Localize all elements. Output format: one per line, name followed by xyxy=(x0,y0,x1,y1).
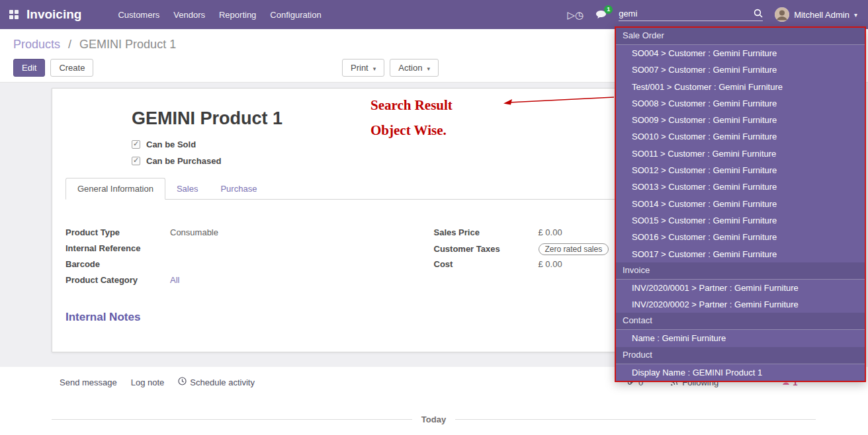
action-button[interactable]: Action▾ xyxy=(390,59,439,77)
caret-down-icon: ▾ xyxy=(427,65,430,72)
today-label: Today xyxy=(412,415,455,424)
menu-item[interactable]: Reporting xyxy=(219,10,256,20)
product-type-label: Product Type xyxy=(65,227,170,237)
search-result-item[interactable]: SO007 > Customer : Gemini Furniture xyxy=(616,61,865,78)
print-label: Print xyxy=(351,63,369,73)
internal-reference-label: Internal Reference xyxy=(65,243,170,253)
nav-right: ▷︎​◷ 1 Mitchell Admin xyxy=(568,7,857,22)
search-group-invoice: Invoice INV/2020/0001 > Partner : Gemini… xyxy=(616,262,865,313)
avatar xyxy=(775,7,789,22)
product-type-value: Consumable xyxy=(170,227,218,237)
caret-down-icon: ▾ xyxy=(854,11,857,19)
search-group-sale-order: Sale Order SO004 > Customer : Gemini Fur… xyxy=(616,28,865,262)
top-navbar: Invoicing CustomersVendorsReportingConfi… xyxy=(0,0,868,29)
message-count-badge: 1 xyxy=(604,5,613,14)
product-category-label: Product Category xyxy=(65,275,170,285)
can-be-purchased-checkbox[interactable] xyxy=(132,157,140,165)
tab-general-information[interactable]: General Information xyxy=(65,178,165,200)
search-group-contact: Contact Name : Gemini Furniture xyxy=(616,313,865,346)
action-buttons: Print▾ Action▾ xyxy=(342,59,439,77)
tab-purchase[interactable]: Purchase xyxy=(209,178,268,199)
field-column-left: Product Type Consumable Internal Referen… xyxy=(65,227,434,291)
caret-down-icon: ▾ xyxy=(373,65,376,72)
create-button[interactable]: Create xyxy=(50,59,93,77)
search-icon[interactable] xyxy=(754,9,763,18)
search-result-item[interactable]: SO004 > Customer : Gemini Furniture xyxy=(616,45,865,61)
apps-menu-icon[interactable] xyxy=(9,10,19,19)
tab-sales[interactable]: Sales xyxy=(165,178,210,199)
messages-icon[interactable]: 1 xyxy=(595,10,607,20)
clock-icon xyxy=(178,377,187,387)
menu-item[interactable]: Configuration xyxy=(270,10,321,20)
record-buttons: Edit Create xyxy=(13,59,93,77)
app-name[interactable]: Invoicing xyxy=(26,7,81,22)
cost-label: Cost xyxy=(434,259,539,269)
sales-price-value: £ 0.00 xyxy=(539,227,562,237)
search-result-item[interactable]: INV/2020/0001 > Partner : Gemini Furnitu… xyxy=(616,280,865,296)
search-result-item[interactable]: SO014 > Customer : Gemini Furniture xyxy=(616,196,865,212)
screen: Invoicing CustomersVendorsReportingConfi… xyxy=(0,0,868,435)
breadcrumb-products-link[interactable]: Products xyxy=(13,38,60,51)
user-menu[interactable]: Mitchell Admin ▾ xyxy=(775,7,857,22)
search-results-dropdown: Sale Order SO004 > Customer : Gemini Fur… xyxy=(615,26,866,382)
sales-price-label: Sales Price xyxy=(434,227,539,237)
product-category-value[interactable]: All xyxy=(170,275,179,285)
search-group-product: Product Display Name : GEMINI Product 1 xyxy=(616,347,865,381)
menu-item[interactable]: Vendors xyxy=(173,10,205,20)
send-message-button[interactable]: Send message xyxy=(60,377,117,387)
annotation-text: Search Result Object Wise. xyxy=(370,97,453,139)
search-group-header: Contact xyxy=(616,313,865,330)
print-button[interactable]: Print▾ xyxy=(342,59,384,77)
search-group-header: Sale Order xyxy=(616,28,865,45)
search-result-item[interactable]: Display Name : GEMINI Product 1 xyxy=(616,364,865,381)
breadcrumb-current: GEMINI Product 1 xyxy=(79,38,176,51)
search-result-item[interactable]: SO017 > Customer : Gemini Furniture xyxy=(616,246,865,262)
user-name: Mitchell Admin xyxy=(794,10,849,20)
search-input[interactable] xyxy=(619,9,754,19)
schedule-activity-button[interactable]: Schedule activity xyxy=(178,377,255,387)
barcode-row: Barcode xyxy=(65,259,408,272)
menu-item[interactable]: Customers xyxy=(118,10,159,20)
search-result-item[interactable]: SO009 > Customer : Gemini Furniture xyxy=(616,112,865,128)
cost-value: £ 0.00 xyxy=(539,259,562,269)
breadcrumb-separator: / xyxy=(68,38,71,51)
action-label: Action xyxy=(398,63,422,73)
search-group-header: Product xyxy=(616,347,865,364)
annotation-line-2: Object Wise. xyxy=(370,122,453,139)
annotation-arrow xyxy=(501,93,617,109)
search-group-header: Invoice xyxy=(616,262,865,280)
product-category-row: Product Category All xyxy=(65,275,408,288)
search-result-item[interactable]: SO016 > Customer : Gemini Furniture xyxy=(616,229,865,245)
product-type-row: Product Type Consumable xyxy=(65,227,408,240)
activities-clock-icon[interactable]: ▷︎​◷ xyxy=(568,10,584,20)
can-be-purchased-label: Can be Purchased xyxy=(146,156,221,166)
schedule-activity-label: Schedule activity xyxy=(190,377,255,387)
annotation-line-1: Search Result xyxy=(370,97,453,114)
customer-taxes-tag: Zero rated sales xyxy=(539,243,609,255)
log-note-button[interactable]: Log note xyxy=(131,377,165,387)
today-divider: Today xyxy=(52,413,816,425)
search-result-item[interactable]: SO008 > Customer : Gemini Furniture xyxy=(616,95,865,112)
search-result-item[interactable]: SO011 > Customer : Gemini Furniture xyxy=(616,145,865,162)
barcode-label: Barcode xyxy=(65,259,170,269)
breadcrumb: Products / GEMINI Product 1 xyxy=(13,38,176,52)
customer-taxes-label: Customer Taxes xyxy=(434,244,539,254)
search-result-item[interactable]: INV/2020/0002 > Partner : Gemini Furnitu… xyxy=(616,296,865,313)
search-result-item[interactable]: SO015 > Customer : Gemini Furniture xyxy=(616,212,865,229)
nav-search xyxy=(619,9,763,21)
can-be-sold-checkbox[interactable] xyxy=(132,140,140,149)
search-result-item[interactable]: Name : Gemini Furniture xyxy=(616,330,865,346)
search-result-item[interactable]: Test/001 > Customer : Gemini Furniture xyxy=(616,79,865,95)
can-be-sold-label: Can be Sold xyxy=(146,139,196,149)
search-result-item[interactable]: SO013 > Customer : Gemini Furniture xyxy=(616,178,865,195)
internal-reference-row: Internal Reference xyxy=(65,243,408,256)
main-menu: CustomersVendorsReportingConfiguration xyxy=(118,10,321,20)
edit-button[interactable]: Edit xyxy=(13,59,45,77)
search-result-item[interactable]: SO012 > Customer : Gemini Furniture xyxy=(616,162,865,178)
search-result-item[interactable]: SO010 > Customer : Gemini Furniture xyxy=(616,128,865,145)
